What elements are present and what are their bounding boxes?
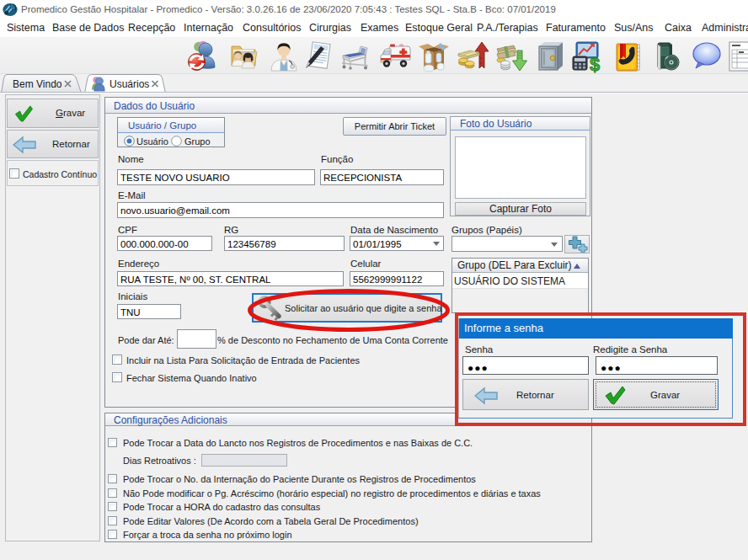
svg-text:Bem Vindo: Bem Vindo — [13, 78, 62, 90]
svg-text:$: $ — [590, 54, 600, 73]
svg-text:Usuários: Usuários — [110, 78, 149, 90]
